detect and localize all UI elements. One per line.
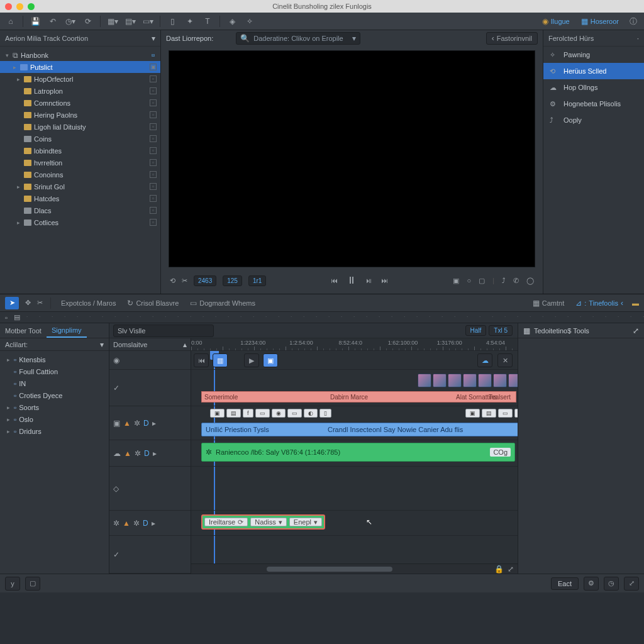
panel-menu-icon[interactable]: · [637, 35, 639, 42]
footer-expand-icon[interactable]: ⤢ [624, 577, 639, 591]
panel-expand-icon[interactable]: ⤢ [633, 327, 639, 335]
tree-item[interactable]: Conoinns▫ [0, 169, 160, 180]
tree-item[interactable]: Comnctions▫ [0, 97, 160, 109]
play-icon[interactable]: ⏯ [365, 277, 372, 284]
mini-save-icon[interactable]: ▫ [5, 314, 8, 321]
chevron-down-icon[interactable]: ▾ [100, 341, 104, 348]
hand-tool-icon[interactable]: ✥ [25, 299, 31, 307]
footer-clock-icon[interactable]: ◷ [604, 577, 619, 591]
track-header[interactable]: ▣▲✲D▸ [109, 406, 191, 440]
ll-item[interactable]: ▸▫Dridurs [0, 425, 109, 437]
mode-item[interactable]: ⚙Hognebeta Plisolis [543, 96, 644, 112]
preview-screen[interactable] [169, 50, 535, 267]
cut-tool-icon[interactable]: ✂ [37, 299, 43, 307]
tl-prev-icon[interactable]: ⏮ [194, 353, 209, 367]
tl-play-icon[interactable]: ▶ [244, 353, 259, 367]
midtab-3[interactable]: ▭Dogmardt Whems [187, 299, 258, 307]
clip-btn[interactable]: f [243, 409, 253, 418]
in-icon[interactable]: ▣ [453, 277, 459, 285]
mode-item[interactable]: ⤴Ooply [543, 112, 644, 128]
clip-btn[interactable]: ◉ [514, 409, 518, 418]
chart-icon[interactable]: ▤▾ [123, 14, 137, 28]
marker-track[interactable]: Somerimole Dabirn Marce Alat Sornattins … [201, 391, 516, 402]
tl-rec-icon[interactable]: ▣ [263, 353, 278, 367]
thumb[interactable] [433, 374, 447, 387]
circle-icon[interactable]: ◯ [526, 277, 534, 285]
phone-icon[interactable]: ✆ [513, 277, 519, 285]
viewer-search[interactable]: 🔍 Daderatine: Clikov on Eropile ▾ [236, 32, 360, 45]
clip-btn[interactable]: ▤ [226, 409, 241, 418]
track-header[interactable]: ☁▲✲D▸ [109, 440, 191, 467]
track-header[interactable]: ✲▲✲D▸ [109, 511, 191, 536]
tree-item[interactable]: Hering Paolns▫ [0, 109, 160, 121]
midtab-1[interactable]: Expotclos / Maros [58, 299, 118, 307]
pin-icon[interactable]: ⧈ [150, 52, 157, 58]
ll-item[interactable]: ▫IN [0, 377, 109, 389]
clock-icon[interactable]: ◷▾ [64, 14, 77, 28]
tree-item[interactable]: hvrreltion▫ [0, 157, 160, 169]
thumb[interactable] [478, 374, 492, 387]
chevron-down-icon[interactable]: ▾ [352, 35, 356, 42]
mini-grid-icon[interactable]: ▤ [14, 313, 20, 321]
save-icon[interactable]: 💾 [28, 14, 42, 28]
thumb[interactable] [463, 374, 477, 387]
video-clip-blue[interactable]: Unllić Priestion Tysls Crandl Insecteonl… [201, 423, 518, 436]
footer-gear-icon[interactable]: ⚙ [584, 577, 599, 591]
track-header[interactable]: ✓ [109, 536, 191, 574]
footer-eact-button[interactable]: Eact [551, 577, 579, 590]
tree-root[interactable]: ▾⧉ Hanbonk ⧈ [0, 49, 160, 61]
skip-fwd-icon[interactable]: ⏭ [381, 277, 388, 284]
clip-btn[interactable]: ▯ [319, 409, 331, 418]
mini-field[interactable]: Enepl▾ [289, 518, 322, 526]
wand-icon[interactable]: ✧ [243, 14, 257, 28]
tree-item[interactable]: Coins▫ [0, 133, 160, 145]
midtab-2[interactable]: ↻Crisol Blasvre [125, 299, 181, 307]
monitor-icon[interactable]: ▢ [479, 277, 485, 285]
loop-icon[interactable]: ⟲ [170, 277, 175, 285]
midtab-r2[interactable]: ⊿:Tinefoolis‹ [573, 299, 626, 307]
tc-b[interactable]: 125 [223, 275, 242, 286]
clip-btn[interactable]: ▭ [255, 409, 270, 418]
midtab-r1[interactable]: ▦Camtnt [530, 299, 567, 307]
out-icon[interactable]: ○ [467, 277, 471, 284]
clip-btn[interactable]: ▭ [498, 409, 513, 418]
ll-item[interactable]: ▸▫Soorts [0, 401, 109, 413]
audio-clip-green[interactable]: ✲ Raniencoo /lb6: Saly V876:4 (1:146:785… [201, 443, 515, 462]
arrow-tool-icon[interactable]: ➤ [5, 297, 19, 309]
refresh-icon[interactable]: ⟳ [81, 14, 95, 28]
selected-clip-group[interactable]: Ireiltarse⟳ Nadiss▾ Enepl▾ [201, 514, 325, 530]
grid-icon[interactable]: ▦▾ [106, 14, 119, 28]
tree-item[interactable]: ▸HopOrfectorl▫ [0, 73, 160, 85]
ll-tab-2[interactable]: Signplimy [47, 323, 87, 338]
text-icon[interactable]: T [201, 14, 214, 28]
ll-item[interactable]: ▸▫Ktensbis [0, 353, 109, 365]
mode-item[interactable]: ⟲Herüus Sclled [543, 63, 644, 79]
clip-btn[interactable]: ▣ [465, 409, 480, 418]
tc-c[interactable]: 1r1 [248, 275, 266, 286]
skip-back-icon[interactable]: ⏮ [331, 277, 338, 284]
folder-icon[interactable]: ▬ [632, 299, 639, 307]
fx-icon[interactable]: ✦ [183, 14, 197, 28]
footer-window-icon[interactable]: ▢ [25, 577, 40, 591]
tl-close-icon[interactable]: ✕ [497, 353, 513, 367]
lock-icon[interactable]: 🔒 [494, 565, 504, 573]
clip-btn[interactable]: ◉ [272, 409, 286, 418]
chevron-down-icon[interactable]: ▾ [152, 35, 155, 42]
clip-btn-cog[interactable]: COg [490, 448, 511, 457]
pause-icon[interactable]: ⏸ [347, 275, 357, 286]
tree-item[interactable]: ▸Cotlices▫ [0, 216, 160, 228]
tree-item[interactable]: ▸Putslict▣ [0, 61, 160, 73]
thumb[interactable] [493, 374, 507, 387]
clip-btn[interactable]: ▣ [210, 409, 225, 418]
timeline-ruler[interactable]: 0:001:2234:001:2:54:008:52:44:01:62:100:… [191, 338, 518, 350]
ll-item[interactable]: ▫Croties Dyece [0, 389, 109, 401]
ll-item[interactable]: ▫Foull Cattion [0, 365, 109, 377]
toplink-1[interactable]: ◉Ilugue [538, 18, 574, 25]
timeline-lanes[interactable]: ⏮ ▥ ▶ ▣ ☁ ✕ [191, 351, 518, 574]
info-icon[interactable]: ⓘ [626, 14, 640, 28]
share-icon[interactable]: ⤴ [502, 277, 506, 284]
home-icon[interactable]: ⌂ [4, 14, 18, 28]
track-header[interactable]: ◇ [109, 467, 191, 511]
tree-item[interactable]: ▸Srinut Gol▫ [0, 180, 160, 192]
pill-txl[interactable]: Txl 5 [489, 325, 513, 336]
